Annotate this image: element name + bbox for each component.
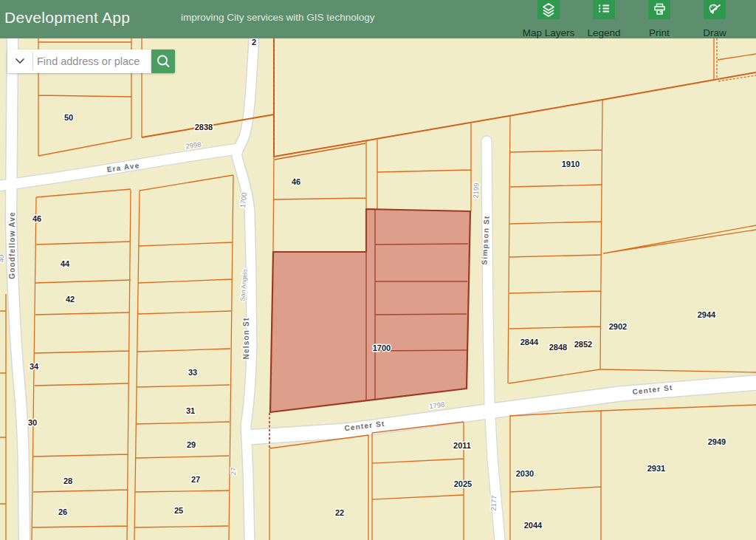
svg-text:2944: 2944	[698, 310, 716, 319]
svg-text:2844: 2844	[520, 338, 539, 346]
svg-text:2: 2	[252, 38, 256, 47]
svg-text:44: 44	[61, 259, 70, 268]
svg-text:2025: 2025	[454, 479, 472, 488]
svg-text:27: 27	[229, 468, 237, 476]
svg-text:2902: 2902	[609, 322, 627, 331]
svg-text:46: 46	[32, 214, 41, 223]
svg-text:2011: 2011	[453, 441, 471, 450]
svg-text:30: 30	[28, 418, 37, 427]
svg-text:Nelson St: Nelson St	[242, 318, 250, 360]
svg-text:1700: 1700	[373, 344, 391, 352]
svg-text:Goodfellow Ave: Goodfellow Ave	[8, 211, 16, 279]
svg-text:2030: 2030	[516, 469, 534, 478]
svg-text:50: 50	[64, 113, 73, 122]
svg-text:2199: 2199	[471, 182, 480, 199]
svg-text:2931: 2931	[647, 464, 665, 473]
svg-text:2949: 2949	[708, 437, 726, 446]
svg-text:2044: 2044	[524, 521, 543, 530]
svg-text:27: 27	[191, 475, 200, 484]
svg-text:2838: 2838	[195, 123, 213, 131]
svg-text:25: 25	[174, 506, 183, 515]
svg-text:31: 31	[186, 406, 195, 415]
svg-text:46: 46	[292, 177, 300, 186]
svg-text:40: 40	[0, 255, 5, 263]
svg-text:42: 42	[66, 295, 75, 304]
svg-text:34: 34	[30, 362, 39, 371]
svg-text:1910: 1910	[562, 160, 580, 168]
svg-text:26: 26	[58, 507, 67, 516]
svg-text:2177: 2177	[489, 495, 498, 511]
svg-text:29: 29	[187, 440, 196, 449]
svg-text:2852: 2852	[574, 340, 592, 349]
svg-text:2848: 2848	[549, 343, 567, 352]
svg-text:28: 28	[63, 476, 72, 485]
svg-text:22: 22	[335, 508, 344, 517]
svg-text:33: 33	[188, 368, 197, 377]
